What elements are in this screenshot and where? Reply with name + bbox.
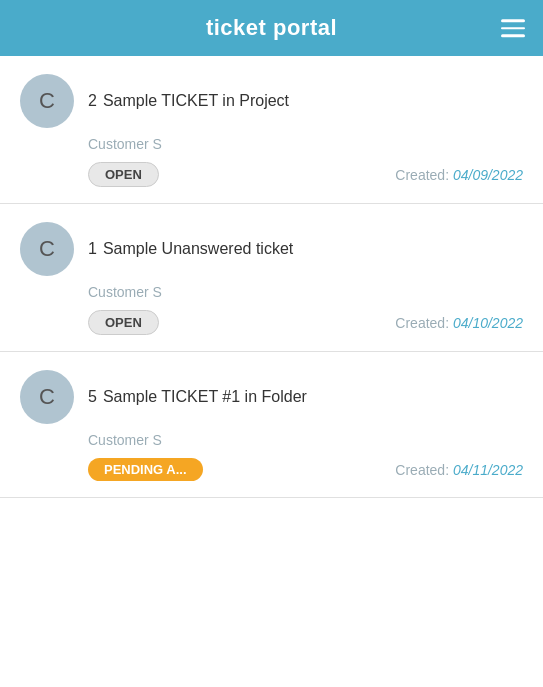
created-label: Created: <box>395 315 453 331</box>
ticket-number: 5 <box>88 388 97 406</box>
created-label: Created: <box>395 167 453 183</box>
ticket-title: Sample TICKET #1 in Folder <box>103 388 307 406</box>
avatar: C <box>20 222 74 276</box>
ticket-bottom-row: OPENCreated: 04/10/2022 <box>88 310 523 335</box>
status-badge: OPEN <box>88 310 159 335</box>
ticket-number: 2 <box>88 92 97 110</box>
avatar: C <box>20 74 74 128</box>
ticket-item[interactable]: C1Sample Unanswered ticketCustomer SOPEN… <box>0 204 543 352</box>
ticket-top-row: C2Sample TICKET in Project <box>20 74 523 128</box>
status-badge: OPEN <box>88 162 159 187</box>
avatar: C <box>20 370 74 424</box>
status-badge: PENDING A... <box>88 458 203 481</box>
ticket-info: 5Sample TICKET #1 in Folder <box>88 388 307 406</box>
created-date: Created: 04/10/2022 <box>395 315 523 331</box>
ticket-title: Sample Unanswered ticket <box>103 240 293 258</box>
ticket-top-row: C5Sample TICKET #1 in Folder <box>20 370 523 424</box>
hamburger-line-2 <box>501 27 525 30</box>
customer-name: Customer S <box>88 136 523 152</box>
ticket-item[interactable]: C2Sample TICKET in ProjectCustomer SOPEN… <box>0 56 543 204</box>
created-date: Created: 04/11/2022 <box>395 462 523 478</box>
app-header: ticket portal <box>0 0 543 56</box>
customer-name: Customer S <box>88 284 523 300</box>
hamburger-line-1 <box>501 19 525 22</box>
ticket-bottom-row: PENDING A...Created: 04/11/2022 <box>88 458 523 481</box>
created-label: Created: <box>395 462 453 478</box>
ticket-info: 1Sample Unanswered ticket <box>88 240 293 258</box>
ticket-item[interactable]: C5Sample TICKET #1 in FolderCustomer SPE… <box>0 352 543 498</box>
hamburger-line-3 <box>501 34 525 37</box>
ticket-title: Sample TICKET in Project <box>103 92 289 110</box>
ticket-bottom-row: OPENCreated: 04/09/2022 <box>88 162 523 187</box>
hamburger-menu-button[interactable] <box>501 19 525 37</box>
ticket-info: 2Sample TICKET in Project <box>88 92 289 110</box>
ticket-number: 1 <box>88 240 97 258</box>
created-value: 04/10/2022 <box>453 315 523 331</box>
ticket-top-row: C1Sample Unanswered ticket <box>20 222 523 276</box>
created-value: 04/11/2022 <box>453 462 523 478</box>
ticket-list: C2Sample TICKET in ProjectCustomer SOPEN… <box>0 56 543 498</box>
created-value: 04/09/2022 <box>453 167 523 183</box>
app-title: ticket portal <box>206 15 337 41</box>
customer-name: Customer S <box>88 432 523 448</box>
created-date: Created: 04/09/2022 <box>395 167 523 183</box>
